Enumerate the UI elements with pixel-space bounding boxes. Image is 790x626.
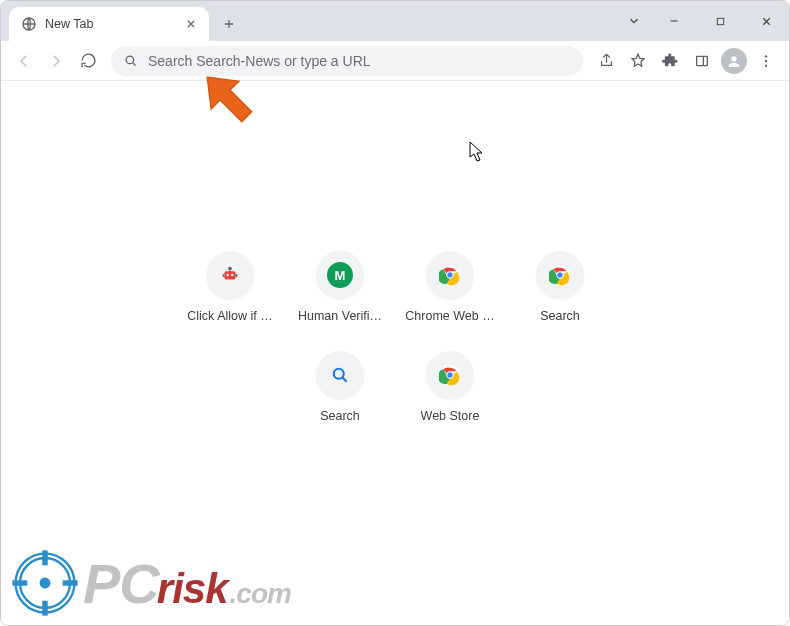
tab-close-button[interactable] [183,16,199,32]
browser-tab[interactable]: New Tab [9,7,209,41]
shortcut-tile: M [316,251,364,299]
shortcut-label: Chrome Web … [405,309,494,323]
shortcut-grid: Click Allow if … M Human Verifi… [175,251,615,423]
chrome-icon [439,364,461,386]
address-input[interactable] [148,53,571,69]
minimize-button[interactable] [651,1,697,41]
page-content: Click Allow if … M Human Verifi… [1,81,789,625]
svg-rect-1 [717,18,723,24]
svg-rect-14 [236,274,238,277]
titlebar: New Tab [1,1,789,41]
svg-point-2 [126,56,134,64]
back-button[interactable] [9,46,39,76]
svg-point-7 [765,64,767,66]
search-icon [330,365,350,385]
profile-button[interactable] [719,46,749,76]
tab-search-button[interactable] [617,1,651,41]
extensions-button[interactable] [655,46,685,76]
svg-point-10 [231,274,233,276]
svg-point-9 [227,274,229,276]
new-tab-button[interactable] [215,10,243,38]
shortcut-label: Human Verifi… [298,309,382,323]
shortcut-tile [206,251,254,299]
svg-rect-8 [225,271,236,279]
tab-title: New Tab [45,17,175,31]
globe-icon [21,16,37,32]
chrome-icon [439,264,461,286]
svg-point-4 [731,56,736,61]
avatar-icon [721,48,747,74]
bookmark-button[interactable] [623,46,653,76]
svg-point-5 [765,55,767,57]
robot-icon [218,263,242,287]
shortcut-label: Search [320,409,360,423]
letter-icon: M [327,262,353,288]
forward-button[interactable] [41,46,71,76]
address-bar[interactable] [111,46,583,76]
search-icon [123,53,138,68]
shortcut-human-verification[interactable]: M Human Verifi… [285,251,395,323]
svg-rect-3 [697,56,708,65]
maximize-button[interactable] [697,1,743,41]
shortcut-web-store[interactable]: Web Store [395,351,505,423]
window-controls [617,1,789,41]
toolbar [1,41,789,81]
shortcut-tile [316,351,364,399]
svg-rect-12 [230,270,231,273]
svg-point-6 [765,59,767,61]
shortcut-label: Click Allow if … [187,309,272,323]
side-panel-button[interactable] [687,46,717,76]
close-window-button[interactable] [743,1,789,41]
shortcut-tile [426,251,474,299]
share-button[interactable] [591,46,621,76]
shortcut-chrome-web-store[interactable]: Chrome Web … [395,251,505,323]
shortcut-label: Web Store [421,409,480,423]
reload-button[interactable] [73,46,103,76]
shortcut-click-allow[interactable]: Click Allow if … [175,251,285,323]
shortcut-tile [426,351,474,399]
shortcut-label: Search [540,309,580,323]
svg-rect-13 [223,274,225,277]
shortcut-tile [536,251,584,299]
chrome-icon [549,264,571,286]
shortcut-search-1[interactable]: Search [505,251,615,323]
menu-button[interactable] [751,46,781,76]
shortcut-search-2[interactable]: Search [285,351,395,423]
svg-point-21 [334,369,344,379]
